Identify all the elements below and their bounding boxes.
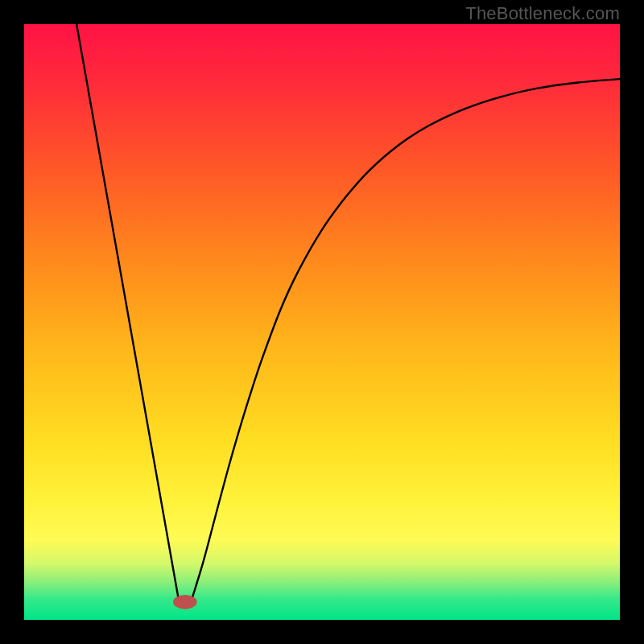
watermark-text: TheBottleneck.com [465, 3, 620, 24]
chart-frame [24, 24, 620, 620]
gradient-background [24, 24, 620, 620]
red-pill-marker [173, 595, 197, 609]
bottleneck-chart [24, 24, 620, 620]
